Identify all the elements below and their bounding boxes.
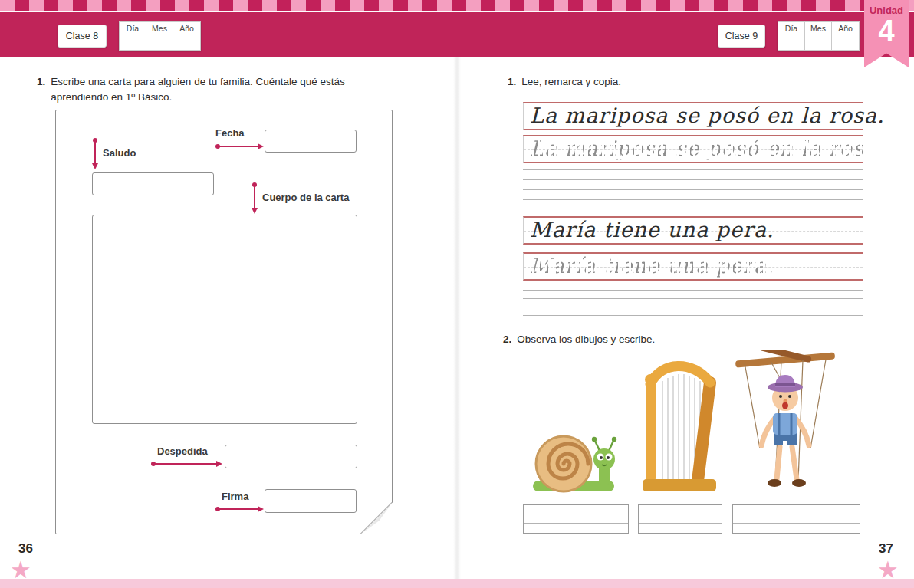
copy-lines-2[interactable] xyxy=(523,290,863,316)
date-cell-dia[interactable] xyxy=(778,34,804,50)
bottom-strip xyxy=(0,579,914,588)
firma-input-box[interactable] xyxy=(265,489,357,513)
content-area: 1. Escribe una carta para alguien de tu … xyxy=(0,57,914,579)
date-cell-dia[interactable] xyxy=(120,34,146,50)
model-sentence-2: María tiene una pera. xyxy=(523,216,863,245)
date-header-mes: Mes xyxy=(146,22,173,34)
firma-arrow-icon xyxy=(219,508,258,510)
clase-9-badge: Clase 9 xyxy=(718,25,765,48)
cuerpo-label: Cuerpo de la carta xyxy=(262,192,349,203)
unit-badge-number: 4 xyxy=(864,16,909,46)
date-cell-ano[interactable] xyxy=(173,34,200,50)
date-col-dia: Día xyxy=(778,22,805,50)
fecha-input-box[interactable] xyxy=(265,130,357,153)
clase-9-label: Clase 9 xyxy=(725,31,758,41)
workbook-spread: Clase 8 Día Mes Año Clase 9 Día xyxy=(0,0,914,588)
exercise-instruction: Escribe una carta para alguien de tu fam… xyxy=(51,74,390,104)
page-number-right: 37 xyxy=(879,541,893,557)
date-cell-mes[interactable] xyxy=(805,34,831,50)
letter-template-box: Fecha Saludo Cuerpo de la carta Despedid… xyxy=(55,110,393,534)
answer-box-harp[interactable] xyxy=(638,504,722,534)
clase-8-badge: Clase 8 xyxy=(58,25,107,48)
cursive-sentence-dotted: María tiene una pera. xyxy=(524,254,863,278)
date-header-mes: Mes xyxy=(805,22,831,34)
exercise-2-right: 2. Observa los dibujos y escribe. xyxy=(503,332,655,347)
cuerpo-input-box[interactable] xyxy=(92,215,357,424)
date-cell-mes[interactable] xyxy=(146,34,173,50)
checker-strip xyxy=(0,0,914,11)
harp-illustration xyxy=(638,358,722,498)
date-col-ano: Año xyxy=(832,22,859,50)
snail-illustration xyxy=(525,424,625,497)
exercise-number: 1. xyxy=(37,74,45,104)
copy-lines-1[interactable] xyxy=(523,169,863,201)
date-cell-ano[interactable] xyxy=(832,34,859,50)
page-curl-decoration xyxy=(360,502,393,534)
exercise-instruction: Lee, remarca y copia. xyxy=(521,74,621,90)
saludo-label: Saludo xyxy=(103,147,136,159)
firma-label: Firma xyxy=(222,491,248,502)
cursive-sentence-solid: María tiene una pera. xyxy=(524,218,863,242)
exercise-number: 2. xyxy=(503,332,511,347)
star-icon: ★ xyxy=(877,558,899,582)
star-icon: ★ xyxy=(10,558,31,582)
date-header-dia: Día xyxy=(778,22,804,34)
despedida-label: Despedida xyxy=(157,445,208,457)
date-col-dia: Día xyxy=(120,22,146,50)
cuerpo-arrow-icon xyxy=(254,186,255,209)
trace-sentence-2[interactable]: María tiene una pera. xyxy=(523,252,863,281)
exercise-1-right: 1. Lee, remarca y copia. xyxy=(508,74,621,90)
marionette-illustration xyxy=(731,350,840,501)
clase-8-label: Clase 8 xyxy=(66,31,98,41)
date-header-ano: Año xyxy=(832,22,859,34)
page-36: 1. Escribe una carta para alguien de tu … xyxy=(0,57,457,579)
date-table-left: Día Mes Año xyxy=(119,21,201,51)
answer-box-marionette[interactable] xyxy=(732,504,860,534)
exercise-1-left: 1. Escribe una carta para alguien de tu … xyxy=(37,74,390,104)
saludo-arrow-icon xyxy=(94,141,96,164)
exercise-number: 1. xyxy=(508,74,516,90)
fecha-arrow-icon xyxy=(219,146,258,147)
trace-sentence-1[interactable]: La mariposa se posó en la rosa. xyxy=(523,135,863,163)
date-table-right: Día Mes Año xyxy=(778,21,860,51)
page-number-left: 36 xyxy=(18,541,33,557)
header-bar: Clase 8 Día Mes Año Clase 9 Día xyxy=(0,12,914,57)
despedida-arrow-icon xyxy=(154,463,217,465)
date-col-ano: Año xyxy=(173,22,200,50)
answer-box-snail[interactable] xyxy=(523,504,629,534)
page-curl-edge xyxy=(360,502,393,534)
date-col-mes: Mes xyxy=(146,22,173,50)
cursive-sentence-solid: La mariposa se posó en la rosa. xyxy=(524,103,863,128)
date-col-mes: Mes xyxy=(805,22,832,50)
saludo-input-box[interactable] xyxy=(92,172,214,195)
exercise-instruction: Observa los dibujos y escribe. xyxy=(517,332,655,347)
date-header-ano: Año xyxy=(173,22,200,34)
fecha-label: Fecha xyxy=(215,127,245,139)
date-header-dia: Día xyxy=(120,22,146,34)
model-sentence-1: La mariposa se posó en la rosa. xyxy=(523,102,863,130)
despedida-input-box[interactable] xyxy=(225,445,357,468)
cursive-sentence-dotted: La mariposa se posó en la rosa. xyxy=(524,136,863,161)
page-37: 1. Lee, remarca y copia. La mariposa se … xyxy=(457,57,914,579)
